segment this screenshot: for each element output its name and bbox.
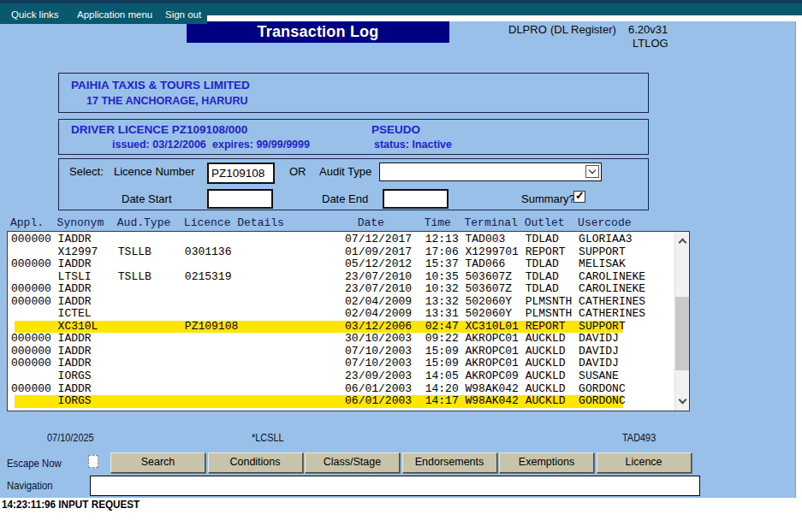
organisation-address: 17 THE ANCHORAGE, HARURU — [86, 95, 247, 107]
table-row-highlighted[interactable]: IORGS 06/01/2003 14:17 W98AK042 AUCKLD G… — [8, 395, 674, 408]
menu-bar: Quick linksApplication menuSign out — [0, 3, 207, 24]
licence-panel: DRIVER LICENCE PZ109108/000 issued: 03/1… — [58, 119, 649, 155]
chevron-down-icon[interactable] — [585, 165, 599, 178]
licence-status: status: Inactive — [374, 139, 452, 151]
transaction-list[interactable]: 000000 IADDR 07/12/2017 12:13 TAD003 TDL… — [7, 231, 690, 411]
table-row-highlighted[interactable]: XC310L PZ109108 03/12/2006 02:47 XC310L0… — [8, 321, 674, 334]
audit-type-dropdown[interactable] — [379, 163, 602, 181]
action-buttons: SearchConditionsClass/StageEndorsementsE… — [110, 452, 692, 473]
endorsements-button[interactable]: Endorsements — [402, 452, 497, 473]
screen-code: LTLOG — [633, 37, 668, 50]
or-label: OR — [289, 165, 306, 178]
exemptions-button[interactable]: Exemptions — [499, 452, 594, 473]
footer-date: 07/10/2025 — [47, 431, 103, 444]
table-row[interactable]: X12997 TSLLB 0301136 01/09/2017 17:06 X1… — [8, 246, 674, 259]
table-row[interactable]: 000000 IADDR 23/07/2010 10:32 503607Z TD… — [8, 283, 674, 296]
summary-checkbox[interactable] — [573, 191, 585, 203]
summary-label: Summary? — [521, 192, 575, 205]
transaction-log-window: Transaction Log Quick linksApplication m… — [0, 0, 802, 532]
licence-type: PSEUDO — [371, 123, 420, 136]
table-rows-area: 000000 IADDR 07/12/2017 12:13 TAD003 TDL… — [8, 233, 674, 411]
table-row[interactable]: 000000 IADDR 07/10/2003 15:09 AKROPC01 A… — [8, 358, 674, 370]
licence-button[interactable]: Licence — [597, 452, 692, 473]
table-row[interactable]: 000000 IADDR 05/12/2012 15:37 TAD066 TDL… — [8, 258, 674, 271]
app-detail: (DL Register) — [550, 23, 616, 36]
table-row[interactable]: 000000 IADDR 06/01/2003 14:20 W98AK042 A… — [8, 383, 674, 396]
header-separator — [207, 15, 802, 21]
footer-program-code: *LCSLL — [252, 431, 290, 444]
table-row[interactable]: IORGS 23/09/2003 14:05 AKROPC09 AUCKLD S… — [8, 370, 674, 383]
conditions-button[interactable]: Conditions — [208, 452, 303, 473]
licence-expires: expires: 99/99/9999 — [212, 139, 310, 151]
table-row[interactable]: 000000 IADDR 30/10/2003 09:22 AKROPC01 A… — [8, 333, 674, 346]
table-column-headers: Appl. Synonym Aud.Type Licence Details D… — [10, 216, 632, 229]
date-start-input[interactable] — [207, 189, 273, 209]
table-row[interactable]: ICTEL 02/04/2009 13:31 502060Y PLMSNTH C… — [8, 308, 674, 321]
licence-number-label: Licence Number — [114, 165, 195, 178]
page-title: Transaction Log — [187, 21, 449, 43]
table-row[interactable]: 000000 IADDR 07/12/2017 12:13 TAD003 TDL… — [8, 233, 674, 246]
status-bar: 14:23:11:96 INPUT REQUEST — [2, 498, 155, 511]
date-end-input[interactable] — [383, 189, 449, 209]
scroll-down-icon[interactable] — [678, 396, 686, 405]
footer-terminal-id: TAD493 — [622, 431, 662, 444]
scrollbar[interactable] — [674, 232, 689, 411]
table-row[interactable]: 000000 IADDR 02/04/2009 13:32 502060Y PL… — [8, 296, 674, 309]
date-end-label: Date End — [322, 192, 368, 205]
licence-number-input[interactable] — [207, 163, 275, 184]
search-button[interactable]: Search — [110, 452, 205, 473]
app-version: 6.20v31 — [628, 23, 668, 36]
filter-panel: Select: Licence Number OR Audit Type Dat… — [58, 158, 649, 210]
escape-now-checkbox[interactable] — [88, 455, 98, 468]
organisation-name: PAIHIA TAXIS & TOURS LIMITED — [71, 79, 250, 92]
audit-type-label: Audit Type — [319, 165, 371, 178]
scroll-up-icon[interactable] — [678, 239, 686, 247]
scrollbar-thumb[interactable] — [675, 297, 689, 370]
date-start-label: Date Start — [122, 192, 172, 205]
table-row[interactable]: LTSLI TSLLB 0215319 23/07/2010 10:35 503… — [8, 271, 674, 284]
class-stage-button[interactable]: Class/Stage — [305, 452, 400, 473]
table-row[interactable]: 000000 IADDR 07/10/2003 15:09 AKROPC01 A… — [8, 346, 674, 358]
escape-now-label: Escape Now — [7, 457, 72, 470]
menu-item-application-menu[interactable]: Application menu — [77, 9, 152, 20]
app-name: DLPRO — [508, 23, 547, 36]
navigation-label: Navigation — [7, 479, 62, 492]
licence-issued: issued: 03/12/2006 — [112, 139, 206, 151]
organisation-panel: PAIHIA TAXIS & TOURS LIMITED 17 THE ANCH… — [58, 73, 649, 113]
licence-title: DRIVER LICENCE PZ109108/000 — [71, 123, 247, 136]
menu-item-quick-links[interactable]: Quick links — [11, 9, 59, 20]
select-label: Select: — [69, 165, 104, 178]
navigation-input[interactable] — [90, 476, 700, 496]
menu-item-sign-out[interactable]: Sign out — [165, 9, 201, 20]
